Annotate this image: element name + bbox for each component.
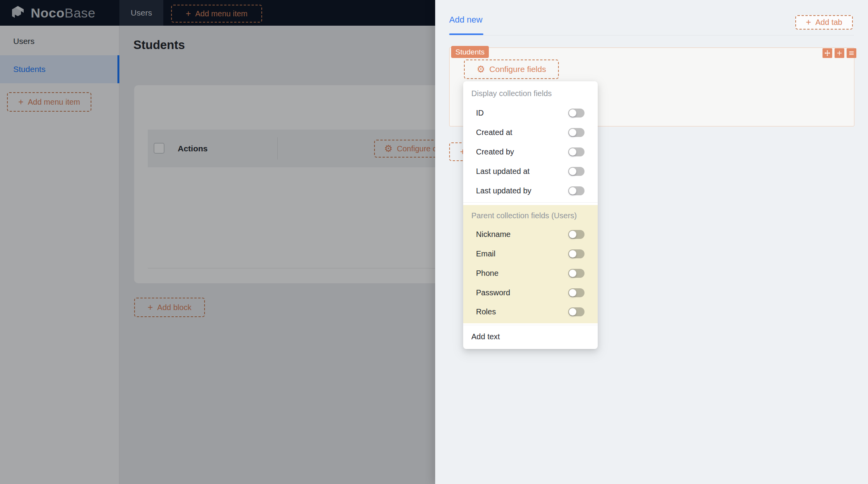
menu-item-id-label: ID xyxy=(476,109,484,117)
parent-fields-group-label: Parent collection fields (Users) xyxy=(463,209,598,223)
menu-item-password-label: Password xyxy=(476,288,510,297)
toggle-id[interactable] xyxy=(568,109,584,117)
toggle-last-updated-at[interactable] xyxy=(568,167,584,176)
toggle-phone[interactable] xyxy=(568,269,584,278)
toggle-email[interactable] xyxy=(568,249,584,258)
drawer-overlay-mask[interactable] xyxy=(0,0,435,484)
tabbar-underline xyxy=(449,35,854,35)
menu-item-phone-label: Phone xyxy=(476,269,499,278)
active-tab-inkbar xyxy=(449,33,483,35)
menu-divider xyxy=(463,202,598,203)
drag-block-handle[interactable] xyxy=(822,48,832,58)
toggle-created-by[interactable] xyxy=(568,147,584,156)
toggle-last-updated-by[interactable] xyxy=(568,186,584,195)
gear-icon: ⚙ xyxy=(477,65,485,74)
menu-item-created-at[interactable]: Created at xyxy=(463,123,598,142)
configure-fields-label: Configure fields xyxy=(489,65,546,74)
display-fields-group-label: Display collection fields xyxy=(463,86,598,100)
hamburger-menu-icon xyxy=(848,50,855,56)
menu-item-last-updated-by-label: Last updated by xyxy=(476,186,531,195)
tab-add-new-label: Add new xyxy=(449,15,483,25)
menu-item-email[interactable]: Email xyxy=(463,244,598,263)
add-tab-label: Add tab xyxy=(816,18,842,27)
toggle-created-at[interactable] xyxy=(568,128,584,137)
toggle-nickname[interactable] xyxy=(568,230,584,239)
toggle-password[interactable] xyxy=(568,288,584,297)
menu-item-created-by-label: Created by xyxy=(476,147,514,156)
add-tab-button[interactable]: + Add tab xyxy=(795,15,853,30)
configure-fields-dropdown: Display collection fields ID Created at … xyxy=(463,81,598,349)
plus-icon xyxy=(836,50,843,56)
menu-item-roles[interactable]: Roles xyxy=(463,302,598,321)
menu-item-last-updated-at[interactable]: Last updated at xyxy=(463,161,598,181)
block-settings-handle[interactable] xyxy=(847,48,856,58)
menu-item-roles-label: Roles xyxy=(476,307,496,316)
menu-item-created-at-label: Created at xyxy=(476,128,512,137)
menu-item-add-text-label: Add text xyxy=(471,332,500,341)
move-icon xyxy=(824,50,831,56)
menu-item-phone[interactable]: Phone xyxy=(463,263,598,283)
menu-item-id[interactable]: ID xyxy=(463,103,598,123)
menu-item-password[interactable]: Password xyxy=(463,283,598,302)
toggle-roles[interactable] xyxy=(568,307,584,316)
students-block-badge: Students xyxy=(451,46,489,58)
menu-divider xyxy=(463,325,598,325)
add-block-in-place-handle[interactable] xyxy=(835,48,844,58)
menu-item-add-text[interactable]: Add text xyxy=(463,327,598,346)
menu-item-last-updated-by[interactable]: Last updated by xyxy=(463,181,598,200)
menu-item-email-label: Email xyxy=(476,249,495,258)
menu-item-created-by[interactable]: Created by xyxy=(463,142,598,161)
menu-item-nickname[interactable]: Nickname xyxy=(463,224,598,244)
configure-fields-button[interactable]: ⚙ Configure fields xyxy=(464,60,559,79)
tab-add-new[interactable]: Add new xyxy=(449,13,483,27)
menu-item-nickname-label: Nickname xyxy=(476,230,511,239)
drawer-panel: Add new + Add tab Students ⚙ Configure f… xyxy=(435,0,868,484)
plus-icon: + xyxy=(806,18,811,27)
menu-item-last-updated-at-label: Last updated at xyxy=(476,167,530,176)
